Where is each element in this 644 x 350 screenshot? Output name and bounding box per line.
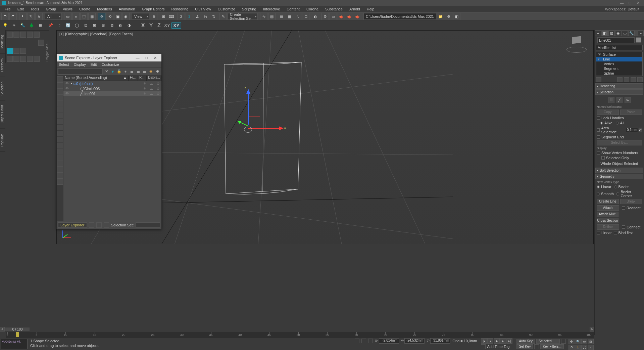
scene-explorer-maximize[interactable]: □	[142, 56, 151, 60]
filter-funnel-icon[interactable]	[57, 167, 63, 173]
project-toggle-button[interactable]: ◧	[453, 13, 460, 20]
modifier-item-line[interactable]: ▾Line	[596, 57, 642, 61]
window-maximize-button[interactable]: □	[626, 1, 634, 5]
area-selection-checkbox[interactable]	[597, 128, 600, 132]
smooth-radio[interactable]	[597, 192, 600, 195]
snap-3d-button[interactable]: 3	[186, 13, 193, 20]
bind-first-checkbox[interactable]	[614, 231, 617, 234]
ribbon-vertex-icon[interactable]	[7, 32, 13, 38]
scene-explorer-titlebar[interactable]: Scene Explorer - Layer Explorer — □ ✕	[57, 54, 161, 61]
bezier-corner-radio[interactable]	[616, 192, 620, 195]
menu-graph-editors[interactable]: Graph Editors	[139, 7, 168, 11]
object-name-field[interactable]: Line001	[597, 37, 635, 43]
ribbon-tool3-icon[interactable]	[20, 56, 26, 62]
lock-handles-checkbox[interactable]	[597, 116, 600, 120]
copy-button[interactable]: Copy	[597, 110, 619, 115]
axis-z-button[interactable]: Z	[155, 23, 163, 29]
key-filters-selected-dropdown[interactable]: Selected	[536, 339, 560, 344]
layer-name[interactable]: 0 (default)	[76, 82, 93, 86]
link-button[interactable]	[19, 13, 27, 20]
column-renderable[interactable]: R...	[138, 76, 147, 81]
axis-xy-button[interactable]: XY	[163, 23, 171, 28]
cross-section-button[interactable]: Cross Section	[597, 218, 618, 223]
sub3-icon[interactable]: ⊟	[99, 21, 107, 30]
scene-explorer-window[interactable]: Scene Explorer - Layer Explorer — □ ✕ Se…	[56, 54, 162, 229]
axis-xy-constrain-button[interactable]: XY	[171, 23, 181, 29]
subobject-vertex[interactable]: Vertex	[596, 61, 642, 66]
ribbon-edge-icon[interactable]	[13, 32, 19, 38]
modifier-item-surface[interactable]: 👁Surface	[596, 52, 642, 57]
filter-doc3-icon[interactable]	[57, 161, 63, 167]
selected-only-checkbox[interactable]	[601, 156, 605, 160]
toggle-ribbon-button[interactable]: ▦	[286, 13, 293, 20]
timeline-next-button[interactable]: >	[590, 327, 594, 332]
expand-toggle-icon[interactable]: ▾	[71, 82, 72, 85]
sun-icon[interactable]: ☀	[10, 21, 18, 30]
linear2-checkbox[interactable]	[597, 231, 600, 234]
tab-populate[interactable]: Populate	[0, 129, 5, 151]
axis-y-button[interactable]: Y	[147, 23, 155, 29]
subobj-vertex-icon[interactable]: ⠿	[608, 97, 614, 103]
connect-checkbox[interactable]	[622, 225, 625, 229]
nav-fov-icon[interactable]: ▭	[581, 339, 587, 344]
ribbon-mode3-icon[interactable]	[20, 48, 26, 54]
attach-mult-button[interactable]: Attach Mult.	[597, 212, 618, 217]
menu-corona[interactable]: Corona	[303, 7, 322, 11]
column-name[interactable]: Name (Sorted Ascending) ▲	[63, 76, 129, 81]
redo-button[interactable]	[9, 13, 17, 20]
sub2-icon[interactable]: ⊞	[90, 21, 98, 30]
axis-x-button[interactable]: X	[139, 23, 147, 29]
filter-spacewarp-icon[interactable]	[57, 113, 63, 118]
ribbon-element-icon[interactable]	[34, 32, 40, 38]
rollout-rendering[interactable]: Rendering	[595, 83, 643, 89]
goto-end-button[interactable]: ▸|	[506, 338, 512, 344]
rollout-geometry[interactable]: Geometry	[595, 174, 643, 179]
schematic-view-button[interactable]: ⊡	[302, 13, 309, 20]
scene-explorer-minimize[interactable]: —	[133, 56, 142, 60]
se-filter-icon[interactable]: ▼	[110, 69, 115, 74]
cmd-tab-more-icon[interactable]: »	[638, 31, 644, 36]
menu-edit[interactable]: Edit	[14, 7, 27, 11]
visibility-toggle-icon[interactable]: 👁	[65, 92, 69, 95]
material-editor-button[interactable]: ◐	[312, 13, 319, 20]
absolute-mode-icon[interactable]	[368, 339, 373, 343]
align-button[interactable]: ▤	[268, 13, 276, 20]
se-expand-icon[interactable]: ⊕	[155, 69, 160, 74]
object-row[interactable]: 👁 ╱ Line001 ❄ ☁ ⊙	[63, 91, 161, 96]
attach-button[interactable]: Attach	[597, 205, 619, 211]
filter-funnel2-icon[interactable]	[57, 173, 63, 179]
spinner-arrows[interactable]: ▴▾	[639, 128, 642, 132]
se-menu-display[interactable]: Display	[74, 62, 86, 67]
cmd-tab-utilities[interactable]: 🔧	[629, 31, 635, 36]
se-lock-icon[interactable]: 🔒	[116, 69, 122, 74]
alike-radio[interactable]	[600, 122, 603, 125]
prev-frame-button[interactable]: ◂	[487, 338, 493, 344]
render-activeshade-button[interactable]: 🫖	[354, 13, 361, 20]
key-mode-icon[interactable]	[561, 339, 566, 344]
menu-group[interactable]: Group	[42, 7, 59, 11]
selection-lock-icon[interactable]	[361, 339, 366, 343]
nav-pan-icon[interactable]: ✥	[568, 339, 575, 344]
frozen-cell[interactable]: ❄	[141, 82, 148, 85]
menu-file[interactable]: File	[1, 7, 14, 11]
workspaces-dropdown[interactable]: Default	[628, 7, 639, 11]
cmd-tab-display[interactable]: ▭	[622, 31, 628, 36]
column-display[interactable]: Displa...	[147, 76, 161, 81]
reference-coord-dropdown[interactable]: View	[132, 13, 149, 20]
filter-shape-icon[interactable]	[57, 88, 63, 94]
pin-icon[interactable]: 📌	[47, 21, 55, 30]
nav-zoom-icon[interactable]: 🔍	[575, 339, 581, 344]
select-rotate-button[interactable]: ⟲	[106, 13, 113, 20]
wireframe-object[interactable]	[222, 61, 303, 196]
ribbon-mode2-icon[interactable]	[13, 48, 19, 54]
key-filters-button[interactable]: Key Filters...	[540, 344, 564, 349]
footer-layer2-icon[interactable]	[104, 222, 109, 228]
coord-z-field[interactable]: 31,861mm	[430, 338, 450, 344]
goto-start-button[interactable]: |◂	[481, 338, 487, 344]
make-unique-icon[interactable]	[624, 77, 629, 82]
layer-explorer-button[interactable]: ☰	[278, 13, 285, 20]
menu-customize[interactable]: Customize	[214, 7, 239, 11]
tree-icon[interactable]: 🌲	[28, 21, 36, 30]
all-radio[interactable]	[616, 122, 619, 125]
mirror-button[interactable]: ⇋	[260, 13, 267, 20]
